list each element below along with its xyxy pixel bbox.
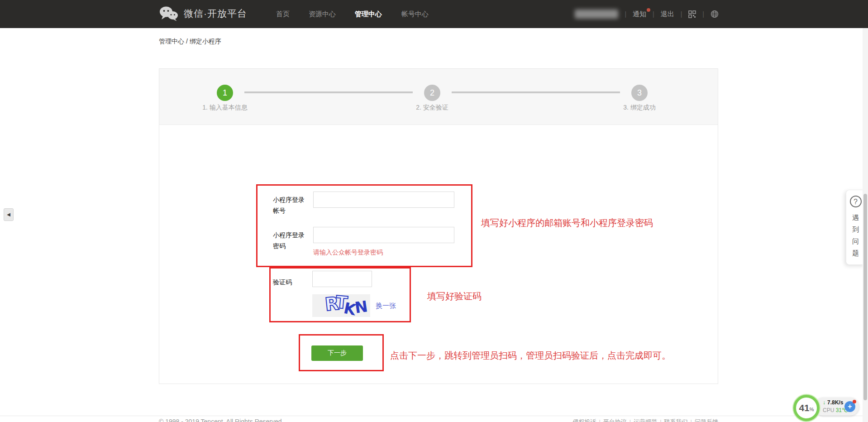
question-mark-icon: ? (850, 196, 862, 207)
network-speed-value: 7.8K/s (827, 399, 843, 406)
language-globe-icon[interactable] (711, 10, 719, 18)
step-3-circle: 3 (631, 85, 648, 101)
percent-sign: % (810, 407, 814, 412)
wechat-logo-icon (159, 6, 178, 21)
top-navbar: 微信·开放平台 首页 资源中心 管理中心 帐号中心 | 通知 | 退出 | (0, 0, 868, 28)
step-1-circle: 1 (217, 85, 233, 101)
annotation-next-step: 点击下一步，跳转到管理员扫码，管理员扫码验证后，点击完成即可。 (390, 350, 671, 362)
page: 微信·开放平台 首页 资源中心 管理中心 帐号中心 | 通知 | 退出 | (0, 0, 868, 422)
annotation-box-next-button (299, 334, 384, 371)
step-connector-1 (244, 91, 413, 93)
network-speed: ↓7.8K/s (823, 399, 843, 406)
annotation-captcha: 填写好验证码 (427, 290, 482, 302)
help-char: 问 (852, 235, 859, 247)
nav-management-center[interactable]: 管理中心 (355, 10, 382, 19)
download-arrow-icon: ↓ (823, 399, 825, 406)
widget-alert-dot (853, 400, 856, 403)
nav-resource-center[interactable]: 资源中心 (309, 10, 336, 19)
nav-separator: | (702, 10, 704, 18)
footer-link-agreement[interactable]: 平台协议 (603, 418, 627, 422)
cpu-temperature: CPU 31℃ (823, 407, 848, 413)
brand-title: 微信·开放平台 (184, 7, 247, 20)
footer-divider (0, 416, 863, 416)
nav-home[interactable]: 首页 (276, 10, 290, 19)
help-char: 遇 (852, 212, 859, 224)
memory-percent: 41 (799, 403, 809, 413)
nav-separator: | (625, 10, 626, 18)
nav-separator: | (653, 10, 654, 18)
brand[interactable]: 微信·开放平台 (159, 6, 247, 21)
account-name-blurred[interactable] (575, 10, 618, 19)
nav-account-center[interactable]: 帐号中心 (401, 10, 429, 19)
annotation-credentials: 填写好小程序的邮箱账号和小程序登录密码 (481, 217, 653, 229)
notifications-link[interactable]: 通知 (633, 10, 646, 19)
step-connector-2 (452, 91, 620, 93)
help-tab[interactable]: ? 遇 到 问 题 (846, 190, 865, 265)
help-char: 到 (852, 224, 859, 235)
annotation-box-credentials (256, 184, 472, 267)
footer-link-complaint[interactable]: 侵权投诉 (572, 418, 596, 422)
nav-separator: | (681, 10, 682, 18)
navbar-right: | 通知 | 退出 | (575, 0, 719, 28)
footer-link-contact[interactable]: 联系我们 (664, 418, 688, 422)
footer-link-rules[interactable]: 运营规范 (634, 418, 657, 422)
logout-link[interactable]: 退出 (661, 10, 674, 19)
step-2-label: 2. 安全验证 (378, 104, 486, 112)
memory-usage-badge[interactable]: 41% (793, 395, 820, 421)
notifications-label: 通知 (633, 10, 646, 18)
scrollbar-thumb[interactable] (863, 194, 867, 400)
copyright: © 1998 - 2019 Tencent. All Rights Reserv… (159, 418, 283, 422)
collapse-arrow-button[interactable]: ◀ (4, 208, 14, 221)
help-char: 题 (852, 247, 859, 259)
cpu-label: CPU (823, 407, 834, 413)
qr-code-icon[interactable] (688, 10, 696, 18)
breadcrumb[interactable]: 管理中心 / 绑定小程序 (159, 38, 221, 46)
footer-links: 侵权投诉|平台协议|运营规范|联系我们|问题反馈 (557, 418, 718, 422)
step-1-label: 1. 输入基本信息 (171, 104, 279, 112)
footer-link-feedback[interactable]: 问题反馈 (695, 418, 718, 422)
annotation-box-captcha (269, 267, 411, 322)
step-2-circle: 2 (424, 85, 440, 101)
step-3-label: 3. 绑定成功 (585, 104, 694, 112)
notification-dot (647, 8, 650, 12)
